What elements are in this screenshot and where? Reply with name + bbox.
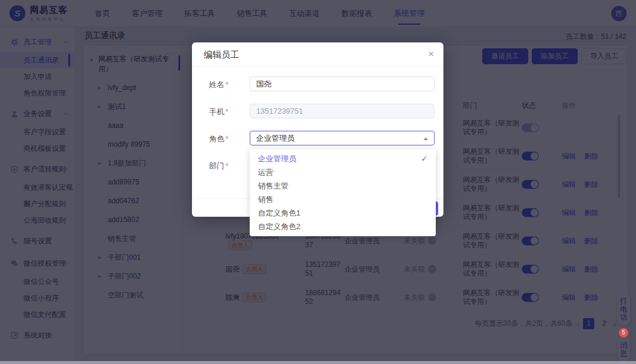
check-icon: ✓: [421, 152, 428, 166]
role-select-value: 企业管理员: [256, 133, 294, 144]
name-input[interactable]: [250, 77, 435, 91]
role-select[interactable]: 企业管理员: [250, 131, 435, 145]
option-label: 自定义角色2: [258, 222, 300, 231]
modal-title: 编辑员工: [192, 42, 443, 67]
phone-input: [250, 104, 435, 118]
role-dropdown: 企业管理员✓ 运营 销售主管 销售 自定义角色1 自定义角色2: [250, 149, 436, 236]
phone-field-row: 手机*: [209, 104, 435, 119]
dropdown-option-sales[interactable]: 销售: [250, 193, 436, 206]
dropdown-option-custom-role-2[interactable]: 自定义角色2: [250, 220, 436, 233]
dropdown-option-custom-role-1[interactable]: 自定义角色1: [250, 206, 436, 220]
horizontal-scrollbar[interactable]: [0, 361, 636, 364]
dropdown-option-sales-manager[interactable]: 销售主管: [250, 179, 436, 193]
required-mark: *: [226, 81, 228, 89]
role-label: 角色: [209, 134, 224, 143]
required-mark: *: [226, 108, 228, 116]
name-label: 姓名: [209, 80, 224, 89]
department-label: 部门: [209, 161, 224, 170]
required-mark: *: [226, 135, 228, 143]
phone-label: 手机: [209, 107, 224, 116]
close-icon[interactable]: ×: [428, 48, 434, 61]
notification-badge: 5: [619, 328, 628, 337]
role-field-row: 角色* 企业管理员: [209, 131, 435, 146]
option-label: 自定义角色1: [258, 209, 300, 217]
dropdown-option-admin[interactable]: 企业管理员✓: [250, 152, 436, 166]
name-field-row: 姓名*: [209, 77, 435, 92]
option-label: 企业管理员: [258, 154, 296, 163]
dropdown-option-operations[interactable]: 运营: [250, 166, 436, 179]
caret-up-icon: [423, 137, 428, 140]
option-label: 销售主管: [258, 181, 289, 190]
option-label: 销售: [258, 195, 273, 204]
required-mark: *: [226, 162, 228, 170]
option-label: 运营: [258, 168, 273, 177]
